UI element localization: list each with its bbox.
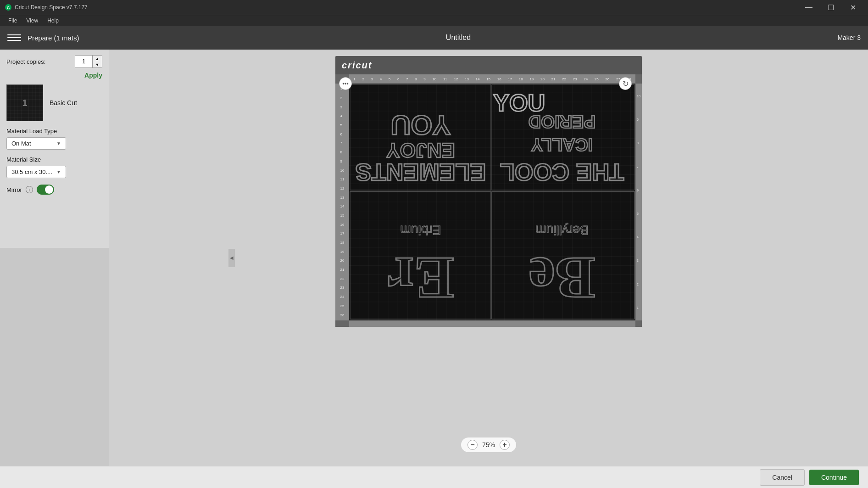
- svg-text:YOU: YOU: [391, 110, 451, 140]
- toggle-knob: [45, 185, 53, 194]
- copies-input[interactable]: 1: [75, 56, 93, 67]
- ruler-top: 1234567891011121314151617181920212223242…: [349, 74, 635, 84]
- cricut-logo-bar: cricut: [335, 56, 642, 74]
- copies-up-arrow[interactable]: ▲: [93, 56, 102, 62]
- material-load-type-section: Material Load Type On Mat ▼: [6, 128, 102, 150]
- left-panel-lower: [0, 248, 109, 466]
- close-button[interactable]: ✕: [842, 0, 863, 15]
- canvas-body: 1234567891011121314151617181920212223242…: [335, 74, 642, 327]
- menu-hamburger-icon[interactable]: [7, 31, 21, 45]
- mat-item: 1 Basic Cut: [6, 84, 102, 121]
- material-size-value: 30.5 cm x 30....: [11, 168, 52, 175]
- svg-text:Erbium: Erbium: [400, 223, 441, 237]
- three-dots-icon: •••: [342, 80, 349, 87]
- svg-text:ICALLY: ICALLY: [531, 135, 593, 155]
- ruler-left: 1234567891011121314151617181920212223242…: [335, 84, 349, 320]
- main-layout: Project copies: 1 ▲ ▼ Apply 1: [0, 50, 868, 466]
- cancel-button[interactable]: Cancel: [760, 469, 805, 486]
- svg-text:THE COOL: THE COOL: [500, 159, 624, 185]
- left-panel: Project copies: 1 ▲ ▼ Apply 1: [0, 50, 109, 466]
- canvas-options-button[interactable]: •••: [339, 77, 352, 90]
- menu-help[interactable]: Help: [43, 17, 63, 25]
- material-size-label: Material Size: [6, 156, 102, 163]
- zoom-controls: − 75% +: [461, 438, 516, 452]
- title-bar: C Cricut Design Space v7.7.177 — ☐ ✕: [0, 0, 868, 15]
- copies-down-arrow[interactable]: ▼: [93, 62, 102, 67]
- zoom-out-button[interactable]: −: [467, 440, 478, 450]
- zoom-level: 75%: [482, 441, 495, 449]
- window-controls: — ☐ ✕: [798, 0, 863, 15]
- svg-text:PERIOD: PERIOD: [529, 112, 596, 132]
- menu-view[interactable]: View: [22, 17, 43, 25]
- menu-bar: File View Help: [0, 15, 868, 26]
- svg-text:Er: Er: [387, 245, 454, 311]
- material-load-type-label: Material Load Type: [6, 128, 102, 135]
- mat-canvas-wrapper: cricut ••• ↻: [335, 56, 642, 327]
- refresh-icon: ↻: [623, 79, 629, 88]
- mat-design-area[interactable]: YOU YOU ENJOY PERIOD ICALLY: [349, 84, 635, 320]
- continue-button[interactable]: Continue: [809, 470, 859, 485]
- dropdown-arrow-icon: ▼: [56, 141, 61, 146]
- maximize-button[interactable]: ☐: [820, 0, 841, 15]
- spinner-arrows[interactable]: ▲ ▼: [93, 56, 102, 67]
- svg-text:Be: Be: [529, 245, 595, 311]
- mirror-row: Mirror i: [6, 185, 102, 195]
- svg-rect-2: [7, 85, 43, 121]
- mirror-info-icon[interactable]: i: [26, 186, 33, 193]
- project-title: Untitled: [446, 34, 471, 41]
- footer: Cancel Continue: [0, 466, 868, 488]
- project-copies-label: Project copies:: [6, 58, 75, 65]
- on-mat-dropdown[interactable]: On Mat ▼: [6, 137, 66, 150]
- mirror-toggle[interactable]: [37, 185, 54, 195]
- canvas-refresh-button[interactable]: ↻: [619, 77, 632, 90]
- project-copies-row: Project copies: 1 ▲ ▼: [6, 55, 102, 68]
- svg-text:Beryllium: Beryllium: [535, 223, 589, 237]
- mat-cut-label: Basic Cut: [50, 99, 77, 107]
- minimize-button[interactable]: —: [798, 0, 819, 15]
- mirror-label: Mirror: [6, 186, 22, 193]
- app-icon: C: [5, 4, 12, 11]
- ruler-bottom: [349, 320, 635, 327]
- prepare-title: Prepare (1 mats): [28, 34, 79, 42]
- on-mat-value: On Mat: [11, 140, 31, 147]
- material-size-dropdown[interactable]: 30.5 cm x 30.... ▼: [6, 166, 66, 178]
- svg-text:ENJOY: ENJOY: [386, 139, 455, 162]
- cricut-logo: cricut: [342, 60, 372, 71]
- ruler-right: 10687954321: [635, 84, 642, 320]
- zoom-in-button[interactable]: +: [500, 440, 510, 450]
- copies-spinner[interactable]: 1 ▲ ▼: [75, 55, 102, 68]
- canvas-area: cricut ••• ↻: [109, 50, 868, 466]
- app-title: Cricut Design Space v7.7.177: [15, 4, 798, 11]
- apply-button[interactable]: Apply: [6, 72, 102, 79]
- scroll-left-handle[interactable]: ◀: [228, 249, 235, 267]
- svg-text:ELEMENTS: ELEMENTS: [356, 159, 486, 185]
- menu-file[interactable]: File: [4, 17, 22, 25]
- svg-text:C: C: [7, 6, 10, 10]
- material-size-section: Material Size 30.5 cm x 30.... ▼: [6, 156, 102, 178]
- mat-thumbnail: 1: [6, 84, 43, 121]
- header: Prepare (1 mats) Untitled Maker 3: [0, 26, 868, 50]
- material-size-dropdown-arrow: ▼: [56, 169, 61, 174]
- machine-label: Maker 3: [837, 34, 861, 41]
